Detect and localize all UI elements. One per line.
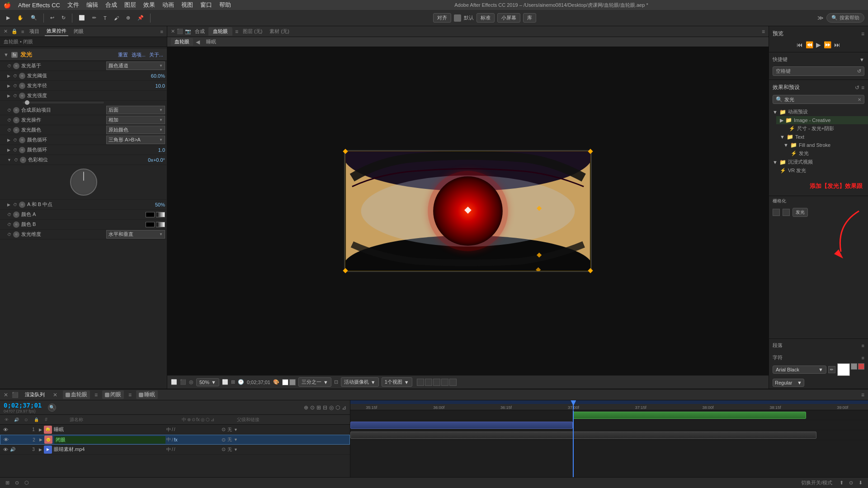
tab-blink[interactable]: 闭眼: [72, 27, 85, 36]
prop-dropdown-glow-color[interactable]: 原始颜色 ▼: [106, 126, 165, 134]
timeline-close-icon[interactable]: ✕: [4, 392, 8, 398]
color-picker-icon[interactable]: 🎨: [273, 379, 279, 385]
zoom-dropdown[interactable]: 50% ▼: [196, 378, 219, 386]
stopwatch-glow-color[interactable]: ⏱: [7, 128, 11, 132]
layer-2-parent-label[interactable]: 无: [227, 436, 232, 443]
stopwatch-glow-intensity[interactable]: ⏱: [13, 94, 17, 98]
camera-dropdown[interactable]: 活动摄像机 ▼: [341, 377, 379, 387]
menu-help[interactable]: 帮助: [219, 1, 231, 9]
expand-arrow-color-cycle-2[interactable]: ▶: [7, 148, 10, 152]
expand-arrow-ab-midpoint[interactable]: ▶: [7, 202, 10, 207]
prop-value-ab-midpoint[interactable]: 50%: [129, 202, 165, 207]
tab-project[interactable]: 项目: [28, 27, 41, 36]
tree-folder-fill-stroke[interactable]: ▼ 📁 Fill and Stroke: [769, 141, 868, 149]
stopwatch-color-cycle-1[interactable]: ⏱: [13, 138, 17, 142]
glow-intensity-slider[interactable]: [23, 102, 104, 103]
timeline-tool-1[interactable]: ⊕: [304, 404, 308, 411]
timeline-tool-2[interactable]: ⊙: [310, 404, 315, 411]
effect-collapse-arrow[interactable]: ▼: [4, 52, 9, 57]
prop-value-glow-radius[interactable]: 10.0: [129, 83, 165, 89]
layer-3-tag-1[interactable]: 中: [166, 446, 171, 453]
layer-2-fx-tag[interactable]: fx: [174, 437, 178, 442]
left-panel-menu[interactable]: ≡: [21, 29, 24, 34]
layer-1-name[interactable]: 睡眠: [54, 426, 165, 433]
comp-options-icon[interactable]: ≡: [762, 28, 765, 35]
effects-search-input[interactable]: [784, 97, 856, 102]
stopwatch-ab-midpoint[interactable]: ⏱: [13, 202, 17, 207]
expand-panels-icon[interactable]: ≫: [817, 14, 824, 21]
expand-arrow-glow-threshold[interactable]: ▶: [7, 74, 10, 78]
btn-play-stop[interactable]: ▶: [816, 41, 821, 48]
timecode-icon[interactable]: 🕐: [238, 379, 244, 385]
region-icon[interactable]: ⬜: [222, 379, 228, 385]
comp-camera-icon[interactable]: 📷: [185, 28, 191, 34]
work-area-bar[interactable]: [350, 400, 868, 404]
tool-zoom[interactable]: 🔍: [28, 14, 40, 22]
character-options-icon[interactable]: ≡: [862, 355, 864, 361]
glow-intensity-handle[interactable]: [25, 100, 29, 105]
stopwatch-glow-based-on[interactable]: ⏱: [7, 64, 11, 68]
prop-dropdown-color-cycle[interactable]: 三角形 A>B>A ▼: [106, 136, 165, 144]
stopwatch-glow-radius[interactable]: ⏱: [13, 84, 17, 88]
stopwatch-color-phase[interactable]: ⏱: [14, 158, 18, 162]
menu-layer[interactable]: 图层: [124, 1, 136, 9]
menu-window[interactable]: 窗口: [200, 1, 212, 9]
prop-dropdown-glow-op[interactable]: 相加 ▼: [106, 116, 165, 124]
tree-folder-immersive[interactable]: ▼ 📁 沉浸式视频: [769, 158, 868, 166]
tree-item-vr-glow[interactable]: ⚡ VR 发光: [776, 166, 868, 175]
layer-1-expand[interactable]: ▶: [39, 427, 42, 432]
layer-1-tag-1[interactable]: 中: [166, 427, 171, 433]
track-clip-sleep[interactable]: [573, 412, 806, 419]
viewer-tab-blood-eye[interactable]: 血轮眼: [171, 38, 193, 46]
view-btn-3[interactable]: [433, 379, 440, 386]
timeline-tool-4[interactable]: ⊟: [323, 404, 327, 411]
font-edit-icon[interactable]: ✏: [828, 366, 835, 373]
tool-hand[interactable]: ✋: [14, 14, 26, 22]
timeline-lock-icon[interactable]: ⬛: [12, 392, 19, 398]
text-fill-color[interactable]: [837, 363, 850, 376]
apple-menu[interactable]: 🍎: [4, 2, 11, 9]
rasterize-icon-1[interactable]: [773, 209, 780, 216]
layer-3-name[interactable]: 眼睛素材.mp4: [54, 446, 165, 453]
color-phase-dial[interactable]: [70, 169, 97, 196]
btn-skip-start[interactable]: ⏮: [797, 41, 803, 48]
tab-render-queue[interactable]: 渲染队列: [22, 390, 47, 399]
tree-item-size-glow[interactable]: ⚡ 尺寸 - 发光+阴影: [769, 124, 868, 133]
expand-arrow-glow-radius[interactable]: ▶: [7, 84, 10, 88]
expand-arrow-glow-intensity[interactable]: ▶: [7, 94, 10, 98]
font-style-dropdown[interactable]: Regular ▼: [773, 379, 804, 387]
tool-rect[interactable]: ⬜: [76, 14, 88, 22]
layer-1-parent-label[interactable]: 无: [227, 427, 232, 433]
layer-2-visibility[interactable]: 👁: [2, 436, 9, 443]
track-clip-material[interactable]: [350, 432, 816, 439]
layer-1-link-icon[interactable]: ⊙: [222, 427, 226, 432]
search-bar[interactable]: 🔍 搜索帮助: [826, 13, 864, 23]
effect-reset[interactable]: 重置: [118, 52, 128, 58]
layer-3-audio[interactable]: 🔊: [10, 447, 15, 452]
tool-pen[interactable]: ✏: [90, 14, 99, 22]
footer-nav-2[interactable]: ⊙: [847, 479, 855, 486]
footer-btn-3[interactable]: ⬡: [23, 479, 31, 486]
layer-3-visibility[interactable]: 👁: [2, 446, 9, 453]
tree-folder-animation-presets[interactable]: ▼ 📁 动画预设: [769, 108, 868, 116]
view-btn-4[interactable]: [441, 379, 448, 386]
tool-clone[interactable]: ⊕: [123, 14, 133, 22]
effect-about[interactable]: 关于...: [149, 52, 163, 58]
tool-undo[interactable]: ↩: [47, 14, 57, 22]
btn-small-screen[interactable]: 小屏幕: [497, 13, 520, 23]
tree-folder-text[interactable]: ▼ 📁 Text: [776, 133, 868, 141]
expand-arrow-color-phase[interactable]: ▼: [7, 158, 11, 162]
left-panel-lock[interactable]: 🔒: [11, 28, 18, 34]
snap-icon-viewer[interactable]: ⊡: [334, 379, 338, 385]
tool-brush[interactable]: 🖌: [111, 14, 122, 22]
search-btn[interactable]: 🔍: [48, 404, 56, 412]
menu-file[interactable]: 文件: [67, 1, 79, 9]
tab-blood-eye[interactable]: 血轮眼: [208, 27, 232, 36]
footer-nav-1[interactable]: ⬆: [838, 479, 845, 486]
view-3d-icon[interactable]: ◎: [189, 379, 193, 385]
btn-library[interactable]: 库: [523, 13, 536, 23]
timeline-tab-blood[interactable]: 血轮眼: [63, 390, 90, 399]
layer-2-link-icon[interactable]: ⊙: [222, 437, 226, 443]
stopwatch-glow-threshold[interactable]: ⏱: [13, 74, 17, 78]
viewer-tab-arrow[interactable]: ◀: [196, 39, 200, 45]
